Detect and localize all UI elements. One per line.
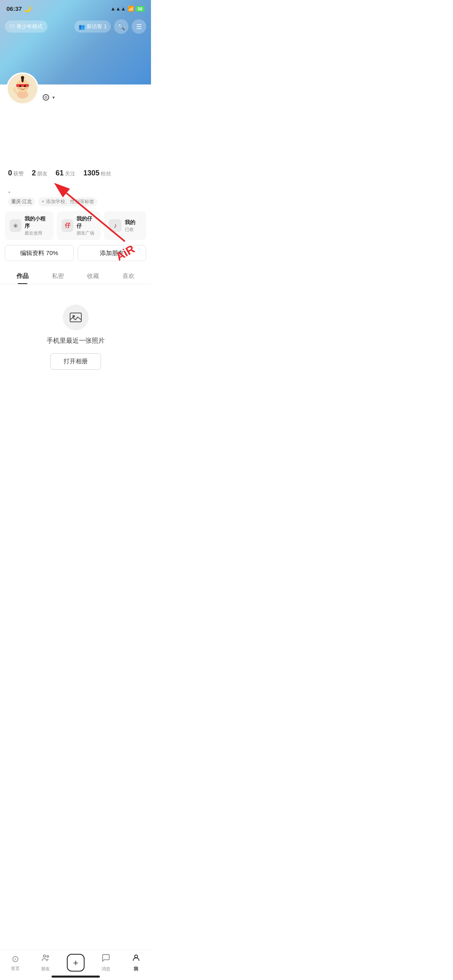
menu-icon: ☰ — [136, 23, 142, 31]
friends-stat[interactable]: 2 朋友 — [32, 169, 48, 177]
status-bar: 06:37 🌙 ▲▲▲ 📶 56 — [0, 0, 151, 14]
action-buttons: 编辑资料 70% 添加朋友 — [0, 245, 151, 268]
tab-liked[interactable]: 喜欢 — [111, 268, 146, 284]
youth-mode-button[interactable]: 🛡 青少年模式 — [5, 21, 48, 33]
empty-state: 手机里最近一张照片 打开相册 — [0, 284, 151, 382]
mini-program-1[interactable]: 仔 我的仔仔 朋友广场 — [57, 211, 101, 240]
avatar-image — [8, 74, 37, 103]
following-count: 61 — [56, 169, 64, 177]
mini-program-0[interactable]: ✳ 我的小程序 最近使用 — [5, 211, 54, 240]
shield-icon: 🛡 — [10, 24, 15, 30]
svg-point-9 — [25, 86, 28, 89]
status-icons: ▲▲▲ 📶 56 — [110, 6, 145, 12]
friends-count: 2 — [32, 169, 36, 177]
visitor-label: 新访客 1 — [87, 23, 107, 30]
likes-label: 获赞 — [13, 170, 24, 177]
battery-indicator: 56 — [136, 6, 145, 12]
status-time: 06:37 — [6, 5, 22, 12]
youth-mode-label: 青少年模式 — [17, 23, 43, 30]
visitor-icon: 👥 — [79, 24, 85, 30]
mini-icon-1: 仔 — [62, 219, 73, 232]
likes-stat: 0 获赞 — [8, 169, 24, 177]
avatar[interactable] — [6, 72, 39, 105]
svg-point-5 — [21, 76, 24, 79]
mini-icon-2: ♪ — [109, 219, 122, 232]
add-friend-button[interactable]: 添加朋友 — [78, 245, 147, 261]
svg-point-6 — [19, 85, 21, 87]
dropdown-arrow-icon: ▼ — [52, 95, 56, 100]
tab-private[interactable]: 私密 — [40, 268, 76, 284]
search-icon: 🔍 — [117, 23, 125, 31]
fans-count: 1305 — [83, 169, 99, 177]
mini-icon-0: ✳ — [10, 219, 21, 232]
new-visitor-button[interactable]: 👥 新访客 1 — [74, 21, 111, 33]
mini-sub-2: 已收 — [125, 226, 135, 233]
moon-icon: 🌙 — [23, 5, 31, 12]
tab-collected[interactable]: 收藏 — [76, 268, 111, 284]
mini-sub-1: 朋友广场 — [77, 230, 96, 236]
friends-label: 朋友 — [37, 170, 48, 177]
mini-programs-row: ✳ 我的小程序 最近使用 仔 我的仔仔 朋友广场 ♪ 我的 已收 — [0, 211, 151, 245]
svg-point-7 — [24, 85, 26, 87]
mini-program-2[interactable]: ♪ 我的 已收 — [104, 211, 146, 240]
add-tag-button[interactable]: + 添加学校、性别等标签 — [38, 197, 97, 206]
level-circle: O — [43, 94, 49, 101]
tab-works[interactable]: 作品 — [5, 268, 40, 284]
profile-name-area: O ▼ — [43, 94, 107, 105]
profile-area: O ▼ — [0, 72, 151, 105]
image-icon — [69, 311, 82, 324]
svg-point-8 — [17, 86, 20, 89]
mini-title-0: 我的小程序 — [25, 215, 49, 230]
stats-row: 0 获赞 2 朋友 61 关注 1305 粉丝 — [0, 169, 151, 184]
open-album-button[interactable]: 打开相册 — [50, 353, 101, 370]
search-button[interactable]: 🔍 — [114, 19, 128, 34]
tabs-row: 作品 私密 收藏 喜欢 — [0, 268, 151, 284]
likes-count: 0 — [8, 169, 12, 177]
following-stat[interactable]: 61 关注 — [56, 169, 75, 177]
edit-profile-button[interactable]: 编辑资料 70% — [5, 245, 74, 261]
fans-stat[interactable]: 1305 粉丝 — [83, 169, 111, 177]
bio-text: 。 — [0, 184, 151, 196]
mini-title-2: 我的 — [125, 219, 135, 226]
tags-row: 重庆·江北 + 添加学校、性别等标签 — [0, 196, 151, 211]
menu-button[interactable]: ☰ — [132, 19, 146, 34]
empty-state-text: 手机里最近一张照片 — [47, 337, 105, 345]
svg-rect-3 — [16, 84, 29, 87]
mini-sub-0: 最近使用 — [25, 230, 49, 236]
location-tag[interactable]: 重庆·江北 — [8, 197, 35, 206]
fans-label: 粉丝 — [101, 170, 111, 177]
empty-icon-wrap — [63, 305, 89, 330]
mini-title-1: 我的仔仔 — [77, 215, 96, 230]
content-area: 0 获赞 2 朋友 61 关注 1305 粉丝 。 重庆·江北 + 添加学校、性… — [0, 147, 151, 422]
following-label: 关注 — [65, 170, 75, 177]
signal-icon: ▲▲▲ — [110, 6, 126, 12]
wifi-icon: 📶 — [128, 6, 134, 12]
svg-rect-10 — [70, 313, 81, 322]
